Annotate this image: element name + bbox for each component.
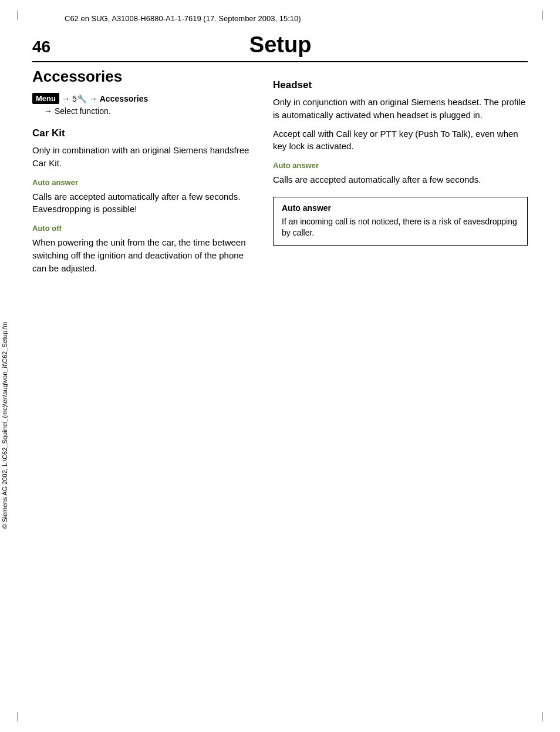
arrow2: →: [89, 94, 97, 103]
page-title: Setup: [68, 32, 528, 58]
accessories-section-title: Accessories: [32, 68, 255, 86]
page-header: 46 Setup: [32, 32, 528, 62]
menu-nav-select: → Select function.: [44, 106, 255, 116]
car-kit-intro: Only in combination with an original Sie…: [32, 144, 255, 170]
wrench-icon: 5🔧: [72, 94, 87, 103]
arrow1: →: [62, 94, 70, 103]
headset-auto-answer-text: Calls are accepted automatically after a…: [273, 173, 528, 186]
left-column: Accessories Menu → 5🔧 → Accessories → Se…: [32, 68, 255, 703]
car-kit-auto-off-label: Auto off: [32, 224, 255, 233]
car-kit-title: Car Kit: [32, 127, 255, 139]
corner-decoration-tl: [18, 11, 18, 20]
headset-auto-answer-label: Auto answer: [273, 161, 528, 170]
page-number: 46: [32, 38, 50, 56]
corner-decoration-bl: [18, 712, 18, 721]
warning-box-text: If an incoming call is not noticed, ther…: [282, 216, 519, 239]
car-kit-auto-off-text: When powering the unit from the car, the…: [32, 236, 255, 274]
warning-box-title: Auto answer: [282, 203, 519, 213]
sidebar-copyright: © Siemens AG 2002, L:\C62_Squirrel_(mc)\…: [1, 322, 8, 529]
menu-button-label: Menu: [32, 93, 59, 104]
headset-body-text2: Accept call with Call key or PTT key (Pu…: [273, 127, 528, 153]
content-area: Accessories Menu → 5🔧 → Accessories → Se…: [32, 68, 528, 703]
accessories-destination: Accessories: [100, 94, 149, 103]
car-kit-auto-answer-text: Calls are accepted automatically after a…: [32, 190, 255, 216]
warning-box: Auto answer If an incoming call is not n…: [273, 197, 528, 246]
corner-decoration-br: [542, 712, 542, 721]
car-kit-auto-answer-label: Auto answer: [32, 178, 255, 187]
select-arrow: →: [44, 106, 55, 116]
headset-intro-text: Only in conjunction with an original Sie…: [273, 96, 528, 122]
header-meta: C62 en SUG, A31008-H6880-A1-1-7619 (17. …: [65, 14, 301, 23]
right-column: Headset Only in conjunction with an orig…: [273, 68, 528, 703]
menu-nav-row: Menu → 5🔧 → Accessories: [32, 93, 255, 104]
select-function-text: Select function.: [55, 106, 111, 116]
corner-decoration-tr: [542, 11, 542, 20]
headset-title: Headset: [273, 79, 528, 91]
